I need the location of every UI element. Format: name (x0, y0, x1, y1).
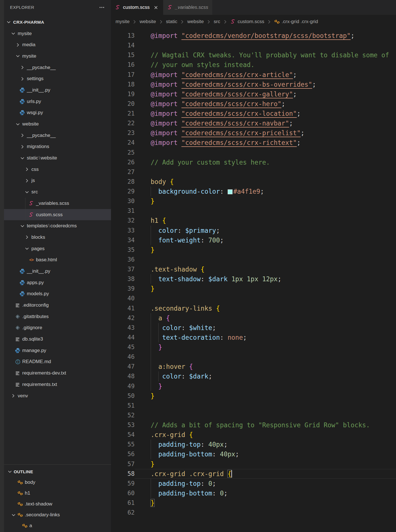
code-line-content[interactable]: padding-bottom: 0; (135, 488, 396, 498)
line-number[interactable]: 44 (111, 333, 135, 342)
tree-item-apps.py[interactable]: apps.py (4, 277, 111, 288)
breadcrumb-item-mysite[interactable]: mysite (116, 19, 130, 25)
code-line-content[interactable]: @import "coderedcms/scss/crx-bs-override… (135, 80, 396, 89)
line-number[interactable]: 58 (111, 469, 135, 479)
line-number[interactable]: 38 (111, 274, 135, 284)
tree-item-requirements-dev.txt[interactable]: requirements-dev.txt (4, 367, 111, 379)
outline-item-.text-shadow[interactable]: .text-shadow (4, 499, 111, 509)
code-line-content[interactable]: .crx-grid { (135, 430, 396, 440)
line-number[interactable]: 45 (111, 342, 135, 352)
outline-item-body[interactable]: body (4, 477, 111, 488)
tree-item-db.sqlite3[interactable]: db.sqlite3 (4, 333, 111, 345)
breadcrumb-item-.crx-grid-.crx-grid[interactable]: .crx-grid .crx-grid (274, 19, 318, 25)
line-number[interactable]: 33 (111, 226, 135, 235)
tree-item-static-website[interactable]: static\website (4, 152, 111, 164)
line-number[interactable]: 15 (111, 50, 135, 60)
code-line-content[interactable]: a { (135, 313, 396, 323)
line-number[interactable]: 24 (111, 138, 135, 147)
code-line-content[interactable]: @import "coderedcms/scss/crx-location"; (135, 109, 396, 118)
code-line-content[interactable] (135, 148, 396, 157)
code-line-content[interactable] (135, 167, 396, 177)
line-number[interactable]: 50 (111, 391, 135, 401)
line-number[interactable]: 47 (111, 362, 135, 371)
code-line-content[interactable]: @import "coderedcms/scss/crx-article"; (135, 70, 396, 80)
code-line-content[interactable]: font-weight: 700; (135, 235, 396, 245)
line-number[interactable]: 32 (111, 216, 135, 225)
line-number[interactable]: 46 (111, 352, 135, 362)
tree-item-requirements.txt[interactable]: requirements.txt (4, 379, 111, 390)
line-number[interactable]: 25 (111, 148, 135, 157)
code-line-content[interactable]: background-color: #a4f1e9; (135, 187, 396, 196)
code-line-content[interactable]: @import "coderedcms/scss/crx-navbar"; (135, 118, 396, 128)
line-number[interactable]: 17 (111, 70, 135, 80)
line-number[interactable]: 26 (111, 157, 135, 167)
tree-item-settings[interactable]: settings (4, 73, 111, 84)
code-line-content[interactable]: text-decoration: none; (135, 333, 396, 342)
code-line-content[interactable]: @import "coderedcms/scss/crx-hero"; (135, 99, 396, 109)
line-number[interactable]: 53 (111, 420, 135, 430)
tree-item-urls.py[interactable]: urls.py (4, 96, 111, 107)
breadcrumb-item-website[interactable]: website (140, 19, 156, 25)
outline-item-.secondary-links[interactable]: .secondary-links (4, 509, 111, 520)
tree-item-models.py[interactable]: models.py (4, 288, 111, 300)
line-number[interactable]: 62 (111, 508, 135, 517)
line-number[interactable]: 43 (111, 323, 135, 333)
code-line-content[interactable] (135, 294, 396, 303)
line-number[interactable]: 18 (111, 80, 135, 89)
tree-item-pages[interactable]: pages (4, 243, 111, 254)
line-number[interactable]: 35 (111, 245, 135, 255)
tree-item--init-.py[interactable]: __init__.py (4, 84, 111, 96)
line-number[interactable]: 31 (111, 206, 135, 216)
code-line-content[interactable]: } (135, 391, 396, 401)
code-line-content[interactable]: @import "coderedcms/vendor/bootstrap/scs… (135, 31, 396, 41)
code-line-content[interactable] (135, 508, 396, 517)
tree-item-venv[interactable]: venv (4, 390, 111, 402)
code-line-content[interactable]: h1 { (135, 216, 396, 225)
code-line-content[interactable]: .secondary-links { (135, 304, 396, 313)
code-line-content[interactable]: color: $primary; (135, 226, 396, 235)
more-actions-icon[interactable] (99, 4, 105, 11)
code-line-content[interactable]: } (135, 245, 396, 255)
tab--variables.scss[interactable]: _variables.scss (163, 0, 212, 15)
line-number[interactable]: 36 (111, 255, 135, 264)
code-line-content[interactable]: } (135, 342, 396, 352)
line-number[interactable]: 37 (111, 264, 135, 274)
tree-item-.gitattributes[interactable]: .gitattributes (4, 311, 111, 322)
tab-custom.scss[interactable]: custom.scss (111, 0, 163, 15)
line-number[interactable]: 34 (111, 235, 135, 245)
code-line-content[interactable]: .text-shadow { (135, 264, 396, 274)
code-line-content[interactable]: padding-top: 40px; (135, 440, 396, 449)
code-line-content[interactable]: } (135, 459, 396, 469)
tree-item-.gitignore[interactable]: .gitignore (4, 322, 111, 334)
tree-item-crx-pharma[interactable]: CRX-PHARMA (4, 17, 111, 28)
code-line-content[interactable]: padding-top: 0; (135, 479, 396, 488)
code-line-content[interactable]: // Wagtail CRX tweaks. You'll probably w… (135, 50, 396, 60)
code-line-content[interactable]: @import "coderedcms/scss/crx-gallery"; (135, 89, 396, 99)
tree-item-custom.scss[interactable]: custom.scss (4, 209, 111, 221)
tree-item--init-.py[interactable]: __init__.py (4, 266, 111, 277)
code-line-content[interactable]: color: $white; (135, 323, 396, 333)
code-line-content[interactable]: // Add your custom styles here. (135, 157, 396, 167)
line-number[interactable]: 13 (111, 31, 135, 41)
close-icon[interactable] (153, 5, 159, 10)
line-number[interactable]: 52 (111, 410, 135, 420)
code-line-content[interactable]: } (135, 196, 396, 206)
line-number[interactable]: 16 (111, 60, 135, 70)
code-line-content[interactable] (135, 41, 396, 50)
line-number[interactable]: 19 (111, 89, 135, 99)
line-number[interactable]: 29 (111, 187, 135, 196)
breadcrumb-item-website[interactable]: website (187, 19, 204, 25)
line-number[interactable]: 23 (111, 128, 135, 138)
code-line-content[interactable]: body { (135, 177, 396, 187)
breadcrumb-item-custom.scss[interactable]: custom.scss (230, 19, 264, 25)
tree-item-manage.py[interactable]: manage.py (4, 345, 111, 356)
tree-item-wsgi.py[interactable]: wsgi.py (4, 107, 111, 119)
outline-item-h1[interactable]: h1 (4, 488, 111, 499)
code-line-content[interactable]: .crx-grid .crx-grid { (135, 469, 396, 479)
line-number[interactable]: 20 (111, 99, 135, 109)
line-number[interactable]: 22 (111, 118, 135, 128)
tree-item-migrations[interactable]: migrations (4, 141, 111, 153)
line-number[interactable]: 57 (111, 459, 135, 469)
tree-item--pycache-[interactable]: __pycache__ (4, 62, 111, 73)
code-line-content[interactable]: text-shadow: $dark 1px 1px 12px; (135, 274, 396, 284)
